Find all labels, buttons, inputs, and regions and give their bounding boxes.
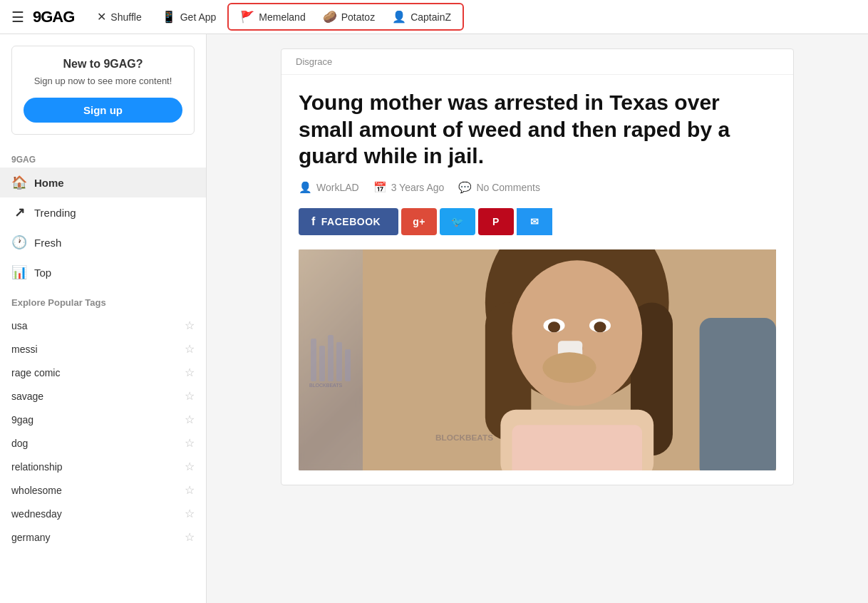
star-icon-dog[interactable]: ☆ xyxy=(185,436,195,450)
signup-box: New to 9GAG? Sign up now to see more con… xyxy=(11,46,195,135)
comment-icon: 💬 xyxy=(458,181,472,194)
person-image: BLOCKBEATS xyxy=(363,249,776,470)
tag-item-relationship[interactable]: relationship ☆ xyxy=(0,455,206,478)
tag-item-wholesome[interactable]: wholesome ☆ xyxy=(0,478,206,502)
site-logo[interactable]: 9GAG xyxy=(33,8,74,26)
svg-rect-19 xyxy=(512,425,642,470)
top-icon: 📊 xyxy=(11,264,27,280)
sidebar-item-fresh-label: Fresh xyxy=(34,237,61,249)
tag-label-dog: dog xyxy=(11,438,28,449)
svg-text:BLOCKBEATS: BLOCKBEATS xyxy=(435,432,493,442)
svg-point-10 xyxy=(512,260,642,406)
svg-rect-20 xyxy=(700,317,776,470)
captainz-icon: 👤 xyxy=(392,10,406,24)
signup-title: New to 9GAG? xyxy=(24,58,182,71)
star-icon-wholesome[interactable]: ☆ xyxy=(185,483,195,497)
facebook-share-button[interactable]: f FACEBOOK xyxy=(299,208,398,235)
email-icon: ✉ xyxy=(530,216,539,227)
captainz-nav-item[interactable]: 👤 CaptainZ xyxy=(383,6,460,28)
pinterest-icon: P xyxy=(492,216,500,227)
sidebar-item-top[interactable]: 📊 Top xyxy=(0,257,206,287)
facebook-label: FACEBOOK xyxy=(321,216,381,227)
home-icon: 🏠 xyxy=(11,175,27,190)
shuffle-nav-item[interactable]: ✕ Shuffle xyxy=(88,6,150,28)
tag-label-savage: savage xyxy=(11,391,43,402)
tag-label-wednesday: wednesday xyxy=(11,508,62,520)
layout: New to 9GAG? Sign up now to see more con… xyxy=(0,34,868,603)
post-comments: 💬 No Comments xyxy=(458,181,539,194)
tag-label-messi: messi xyxy=(11,344,38,355)
tag-label-usa: usa xyxy=(11,320,28,331)
tag-item-dog[interactable]: dog ☆ xyxy=(0,431,206,455)
star-icon-rage-comic[interactable]: ☆ xyxy=(185,366,195,379)
hamburger-menu[interactable]: ☰ xyxy=(11,9,24,26)
potatoz-nav-item[interactable]: 🥔 Potatoz xyxy=(314,6,383,28)
tag-label-wholesome: wholesome xyxy=(11,485,62,496)
tag-item-wednesday[interactable]: wednesday ☆ xyxy=(0,502,206,525)
get-app-icon: 📱 xyxy=(162,10,176,24)
star-icon-germany[interactable]: ☆ xyxy=(185,530,195,544)
facebook-icon: f xyxy=(311,215,316,228)
time-ago: 3 Years Ago xyxy=(391,182,445,193)
star-icon-messi[interactable]: ☆ xyxy=(185,342,195,356)
tag-item-usa[interactable]: usa ☆ xyxy=(0,314,206,337)
tag-item-rage-comic[interactable]: rage comic ☆ xyxy=(0,361,206,384)
sidebar-item-trending-label: Trending xyxy=(34,207,76,219)
post-meta: 👤 WorkLAD 📅 3 Years Ago 💬 No Comments xyxy=(299,181,776,194)
sidebar-section-label: 9GAG xyxy=(0,149,206,168)
twitter-icon: 🐦 xyxy=(451,216,464,227)
signup-button[interactable]: Sign up xyxy=(24,98,182,123)
memeland-nav-item[interactable]: 🚩 Memeland xyxy=(232,6,314,28)
svg-rect-1 xyxy=(319,346,325,381)
tag-label-relationship: relationship xyxy=(11,461,63,473)
sidebar: New to 9GAG? Sign up now to see more con… xyxy=(0,34,207,603)
signup-desc: Sign up now to see more content! xyxy=(24,75,182,88)
tag-label-9gag: 9gag xyxy=(11,414,33,426)
post-inner: Young mother was arrested in Texas over … xyxy=(281,75,793,485)
author-icon: 👤 xyxy=(299,181,312,194)
sidebar-item-home-label: Home xyxy=(34,177,64,189)
sidebar-item-home[interactable]: 🏠 Home xyxy=(0,168,206,197)
header-nav: ✕ Shuffle 📱 Get App 🚩 Memeland 🥔 Potatoz… xyxy=(88,3,464,31)
google-share-button[interactable]: g+ xyxy=(401,208,437,235)
pinterest-share-button[interactable]: P xyxy=(478,208,514,235)
tag-label-germany: germany xyxy=(11,532,50,543)
tag-item-savage[interactable]: savage ☆ xyxy=(0,384,206,408)
shuffle-icon: ✕ xyxy=(97,10,106,24)
tag-item-messi[interactable]: messi ☆ xyxy=(0,337,206,361)
captainz-label: CaptainZ xyxy=(410,11,451,23)
author-name: WorkLAD xyxy=(316,182,359,193)
content-area: Disgrace Young mother was arrested in Te… xyxy=(281,34,794,500)
star-icon-usa[interactable]: ☆ xyxy=(185,319,195,332)
potatoz-label: Potatoz xyxy=(341,11,375,23)
shuffle-label: Shuffle xyxy=(110,11,141,23)
star-icon-relationship[interactable]: ☆ xyxy=(185,460,195,473)
svg-rect-2 xyxy=(328,335,334,381)
get-app-label: Get App xyxy=(180,11,217,23)
email-share-button[interactable]: ✉ xyxy=(517,208,552,235)
star-icon-9gag[interactable]: ☆ xyxy=(185,413,195,426)
star-icon-wednesday[interactable]: ☆ xyxy=(185,507,195,520)
svg-rect-3 xyxy=(336,342,342,381)
svg-point-12 xyxy=(548,321,560,332)
calendar-icon: 📅 xyxy=(373,181,387,194)
watermark-area: BLOCKBEATS xyxy=(299,249,363,470)
header: ☰ 9GAG ✕ Shuffle 📱 Get App 🚩 Memeland 🥔 … xyxy=(0,0,868,34)
social-buttons: f FACEBOOK g+ 🐦 P ✉ xyxy=(299,208,776,235)
svg-rect-4 xyxy=(345,349,351,381)
trending-icon: ↗ xyxy=(11,205,27,220)
svg-point-17 xyxy=(542,352,596,383)
svg-text:BLOCKBEATS: BLOCKBEATS xyxy=(309,383,342,388)
tag-label-rage-comic: rage comic xyxy=(11,367,60,378)
tag-item-9gag[interactable]: 9gag ☆ xyxy=(0,408,206,431)
get-app-nav-item[interactable]: 📱 Get App xyxy=(153,6,225,28)
comments-count: No Comments xyxy=(476,182,539,193)
main-content: Disgrace Young mother was arrested in Te… xyxy=(207,34,868,603)
sidebar-item-fresh[interactable]: 🕐 Fresh xyxy=(0,227,206,257)
post-image-inner: BLOCKBEATS xyxy=(299,249,776,470)
tag-item-germany[interactable]: germany ☆ xyxy=(0,525,206,549)
post-author: 👤 WorkLAD xyxy=(299,181,359,194)
sidebar-item-trending[interactable]: ↗ Trending xyxy=(0,197,206,227)
star-icon-savage[interactable]: ☆ xyxy=(185,389,195,403)
twitter-share-button[interactable]: 🐦 xyxy=(440,208,475,235)
